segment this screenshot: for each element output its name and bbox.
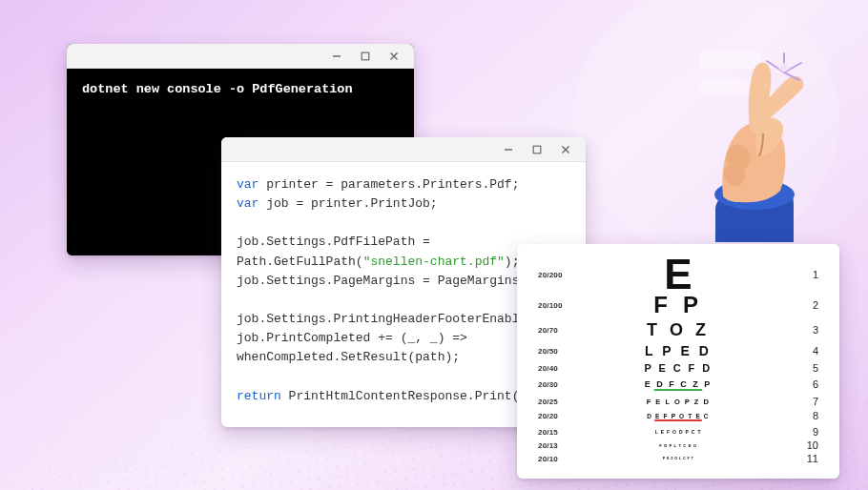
code-token: "snellen-chart.pdf" [363, 255, 505, 269]
row-number: 9 [813, 426, 818, 438]
row-number: 7 [813, 396, 818, 407]
snellen-row-letters: F D P L T C E O [517, 443, 839, 448]
code-token: Path.GetFullPath( [237, 255, 363, 269]
close-button[interactable] [551, 139, 580, 160]
code-token: job = printer.PrintJob; [258, 196, 437, 211]
snellen-row-letters: P E C F D [517, 362, 839, 374]
snap-hand-illustration [672, 42, 815, 242]
snellen-row-letters: L P E D [517, 343, 839, 358]
close-button[interactable] [380, 46, 408, 67]
maximize-button[interactable] [351, 46, 380, 67]
code-token: whenCompleted.SetResult(path); [237, 350, 460, 364]
code-token: var [237, 177, 258, 192]
titlebar [221, 137, 586, 162]
code-token: job.Settings.PageMargins = PageMargins. [237, 274, 527, 288]
snellen-chart-card: 20/200E120/100F P220/70T O Z320/50L P E … [517, 244, 839, 479]
snellen-row-letters: L E F O D P C T [517, 429, 839, 435]
code-token: return [237, 389, 281, 403]
minimize-button[interactable] [322, 46, 351, 67]
hero-illustration: dotnet new console -o PdfGeneration var … [0, 0, 868, 490]
snellen-chart: 20/200E120/100F P220/70T O Z320/50L P E … [517, 244, 839, 479]
red-rule [654, 419, 702, 421]
snellen-row-letters: T O Z [517, 320, 839, 340]
code-token: job.PrintCompleted += (_, _) => [237, 331, 467, 345]
snellen-row-letters: E D F C Z P [517, 379, 839, 389]
row-number: 11 [807, 453, 818, 464]
snellen-row-letters: F E L O P Z D [517, 398, 839, 406]
code-token: job.Settings.PdfFilePath = [237, 235, 430, 249]
terminal-command: dotnet new console -o PdfGeneration [82, 82, 353, 96]
titlebar [67, 44, 414, 69]
snellen-row-letters: D E F P O T E C [517, 413, 839, 419]
code-token: PrintHtmlContentResponse.Print(p [281, 389, 527, 403]
row-number: 4 [813, 345, 818, 357]
code-token: printer = parameters.Printers.Pdf; [258, 177, 519, 192]
snellen-row-letters: P E Z O L C F T [517, 457, 839, 460]
row-number: 2 [813, 299, 818, 311]
row-number: 5 [813, 362, 818, 374]
row-number: 8 [813, 410, 818, 421]
row-number: 6 [813, 378, 818, 390]
svg-rect-2 [362, 52, 369, 60]
row-number: 1 [813, 269, 818, 280]
snellen-row-letters: F P [517, 292, 839, 318]
code-token: job.Settings.PrintingHeaderFooterEnable [237, 312, 527, 326]
row-number: 3 [813, 324, 818, 336]
maximize-button[interactable] [523, 139, 551, 160]
code-token: var [237, 196, 258, 211]
row-number: 10 [807, 439, 818, 451]
minimize-button[interactable] [494, 139, 523, 160]
svg-rect-6 [533, 146, 541, 153]
green-rule [653, 389, 702, 391]
